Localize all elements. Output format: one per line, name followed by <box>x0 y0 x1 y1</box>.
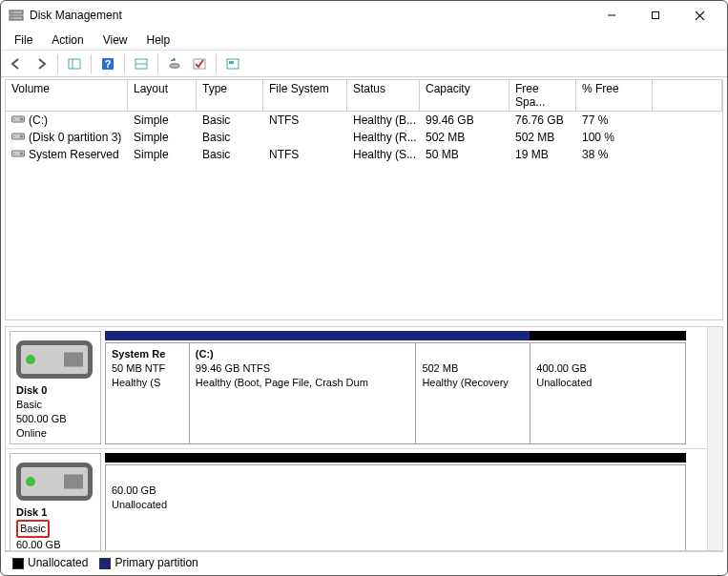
menubar: File Action View Help <box>1 30 727 51</box>
legend-swatch-primary-icon <box>99 558 111 569</box>
column-header-layout[interactable]: Layout <box>128 80 197 111</box>
svg-point-3 <box>11 17 13 19</box>
legend-label-primary: Primary partition <box>114 556 198 569</box>
legend-swatch-unallocated-icon <box>12 558 24 569</box>
action-check-button[interactable] <box>188 53 211 74</box>
stripe-unallocated <box>105 453 686 463</box>
volume-row[interactable]: (Disk 0 partition 3)SimpleBasicHealthy (… <box>6 129 722 146</box>
cell-layout: Simple <box>128 130 197 145</box>
menu-view[interactable]: View <box>94 31 137 49</box>
disk-type-highlight: Basic <box>16 520 50 538</box>
disk-row: Disk 0Basic500.00 GBOnlineSystem Re50 MB… <box>6 327 707 449</box>
volume-list-body[interactable]: (C:)SimpleBasicNTFSHealthy (B...99.46 GB… <box>6 112 722 319</box>
cell-filesystem: NTFS <box>263 113 347 128</box>
volume-list-header: Volume Layout Type File System Status Ca… <box>6 80 722 112</box>
drive-icon <box>11 131 25 144</box>
menu-file[interactable]: File <box>5 31 42 49</box>
drive-icon <box>11 113 25 127</box>
volume-row[interactable]: (C:)SimpleBasicNTFSHealthy (B...99.46 GB… <box>6 112 722 129</box>
svg-rect-5 <box>653 12 659 19</box>
close-button[interactable] <box>677 1 721 30</box>
cell-type: Basic <box>197 130 263 145</box>
disk-info[interactable]: Disk 0Basic500.00 GBOnline <box>10 331 101 444</box>
volume-row[interactable]: System ReservedSimpleBasicNTFSHealthy (S… <box>6 146 722 163</box>
column-header-status[interactable]: Status <box>347 80 420 111</box>
forward-button[interactable] <box>30 53 52 74</box>
svg-rect-17 <box>229 61 234 64</box>
cell-status: Healthy (B... <box>347 113 420 128</box>
svg-rect-8 <box>69 59 80 69</box>
column-header-free[interactable]: Free Spa... <box>510 80 576 111</box>
rescan-button[interactable] <box>163 53 186 74</box>
svg-rect-1 <box>10 16 23 20</box>
cell-free: 502 MB <box>510 130 576 145</box>
partition-box[interactable]: 502 MBHealthy (Recovery <box>415 342 530 444</box>
titlebar: Disk Management <box>1 1 727 30</box>
svg-rect-0 <box>10 10 23 14</box>
svg-rect-20 <box>20 118 24 121</box>
partition-box[interactable]: System Re50 MB NTFHealthy (S <box>105 342 189 444</box>
svg-point-31 <box>26 477 35 486</box>
svg-point-25 <box>13 153 15 154</box>
cell-capacity: 99.46 GB <box>420 113 510 128</box>
svg-point-2 <box>11 11 13 13</box>
column-header-type[interactable]: Type <box>197 80 263 111</box>
window-title: Disk Management <box>30 9 122 22</box>
menu-action[interactable]: Action <box>42 31 93 49</box>
cell-pctfree: 38 % <box>576 147 653 162</box>
column-header-filesystem[interactable]: File System <box>263 80 347 111</box>
toolbar: ? <box>1 51 727 77</box>
properties-button[interactable] <box>221 53 244 74</box>
column-header-extra[interactable] <box>653 80 722 111</box>
cell-pctfree: 77 % <box>576 113 653 128</box>
cell-capacity: 502 MB <box>420 130 510 145</box>
svg-rect-29 <box>64 353 83 367</box>
column-header-capacity[interactable]: Capacity <box>420 80 510 111</box>
svg-text:?: ? <box>105 58 112 70</box>
cell-volume: (Disk 0 partition 3) <box>6 130 128 145</box>
cell-volume: (C:) <box>6 113 128 128</box>
cell-type: Basic <box>197 147 263 162</box>
column-header-volume[interactable]: Volume <box>6 80 128 111</box>
stripe-primary <box>105 331 183 340</box>
cell-filesystem: NTFS <box>263 147 347 162</box>
cell-pctfree: 100 % <box>576 130 653 145</box>
maximize-button[interactable] <box>634 1 677 30</box>
drive-icon <box>16 353 94 364</box>
legend: Unallocated Primary partition <box>5 551 723 573</box>
column-header-pctfree[interactable]: % Free <box>576 80 653 111</box>
disk-info[interactable]: Disk 1Basic60.00 GBOnline <box>10 453 101 551</box>
cell-layout: Simple <box>128 113 197 128</box>
stripe-primary <box>183 331 418 340</box>
minimize-button[interactable] <box>590 1 634 30</box>
partition-box[interactable]: 400.00 GBUnallocated <box>530 342 686 444</box>
detail-pane-button[interactable] <box>130 53 153 74</box>
show-tree-button[interactable] <box>63 53 86 74</box>
disk-map-area: Disk 0Basic500.00 GBOnlineSystem Re50 MB… <box>5 326 723 551</box>
stripe-primary <box>418 331 530 340</box>
svg-point-28 <box>26 355 35 364</box>
svg-rect-23 <box>20 135 24 138</box>
drive-icon <box>16 475 94 486</box>
partition-box[interactable]: (C:)99.46 GB NTFSHealthy (Boot, Page Fil… <box>189 342 416 444</box>
disk-stripe <box>105 331 686 340</box>
svg-rect-26 <box>20 153 24 155</box>
svg-point-14 <box>170 63 179 67</box>
volume-list: Volume Layout Type File System Status Ca… <box>5 79 723 320</box>
cell-filesystem <box>263 136 347 138</box>
cell-free: 76.76 GB <box>510 113 576 128</box>
scrollbar-vertical[interactable] <box>707 327 722 551</box>
cell-free: 19 MB <box>510 147 576 162</box>
cell-volume: System Reserved <box>6 147 128 162</box>
disk-row: Disk 1Basic60.00 GBOnline60.00 GBUnalloc… <box>6 449 707 551</box>
cell-status: Healthy (S... <box>347 147 420 162</box>
menu-help[interactable]: Help <box>137 31 180 49</box>
svg-rect-32 <box>64 475 83 489</box>
app-icon <box>9 8 24 23</box>
partition-box[interactable]: 60.00 GBUnallocated <box>105 464 686 551</box>
legend-label-unallocated: Unallocated <box>28 556 88 569</box>
help-button[interactable]: ? <box>96 53 119 74</box>
back-button[interactable] <box>5 53 28 74</box>
cell-status: Healthy (R... <box>347 130 420 145</box>
stripe-unallocated <box>530 331 686 340</box>
